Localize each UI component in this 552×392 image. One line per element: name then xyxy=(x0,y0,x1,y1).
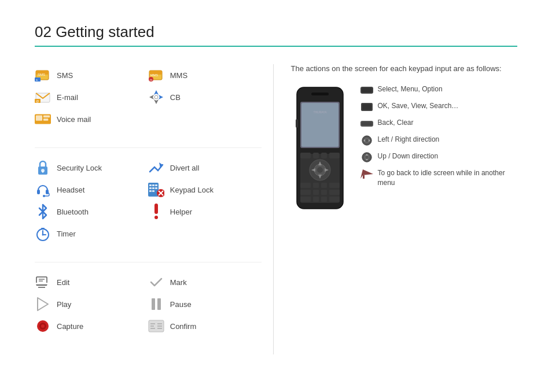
capture-icon xyxy=(35,318,51,334)
svg-rect-56 xyxy=(157,298,161,310)
svg-point-47 xyxy=(42,234,44,236)
headset-label: Headset xyxy=(57,186,84,194)
empty-slot xyxy=(148,108,262,130)
svg-rect-114 xyxy=(363,175,365,179)
svg-rect-89 xyxy=(321,190,327,195)
play-icon xyxy=(35,296,51,312)
svg-rect-85 xyxy=(321,183,327,188)
legend-item: Up / Down direction xyxy=(360,151,518,162)
timer-label: Timer xyxy=(57,230,76,238)
svg-point-17 xyxy=(154,95,158,99)
page-container: 02 Getting started SMS s xyxy=(0,0,552,378)
legend: Select, Menu, Option OK, Save, View, Sea… xyxy=(360,84,518,188)
list-item: Divert all xyxy=(148,157,262,179)
svg-rect-24 xyxy=(42,171,43,173)
svg-rect-95 xyxy=(296,119,298,128)
empty-slot-2 xyxy=(148,223,262,245)
capture-label: Capture xyxy=(57,322,83,331)
list-item: Mark xyxy=(148,271,262,293)
pause-label: Pause xyxy=(170,300,192,309)
icons-row1: SMS s SMS MMS xyxy=(35,64,262,130)
svg-rect-21 xyxy=(43,119,48,121)
divert-all-label: Divert all xyxy=(170,164,200,172)
voicemail-label: Voice mail xyxy=(57,115,91,124)
legend-select-text: Select, Menu, Option xyxy=(378,84,443,94)
svg-marker-113 xyxy=(360,169,373,179)
edit-icon xyxy=(35,274,51,290)
svg-rect-86 xyxy=(329,183,340,188)
pause-icon xyxy=(148,296,164,312)
legend-item: Left / Right direction xyxy=(360,135,518,146)
page-title: 02 Getting started xyxy=(35,23,517,41)
right-intro-text: The actions on the screen for each keypa… xyxy=(291,64,518,73)
svg-rect-91 xyxy=(300,197,311,202)
confirm-icon xyxy=(148,318,164,334)
list-item: CB xyxy=(148,86,262,108)
svg-rect-80 xyxy=(313,153,319,158)
left-panel: SMS s SMS MMS xyxy=(35,64,274,354)
svg-rect-88 xyxy=(313,190,319,195)
svg-rect-92 xyxy=(313,197,319,202)
svg-marker-54 xyxy=(38,298,48,310)
right-panel: The actions on the screen for each keypa… xyxy=(274,64,518,354)
svg-marker-16 xyxy=(159,95,163,99)
svg-point-74 xyxy=(317,167,323,173)
list-item: Confirm xyxy=(148,315,262,337)
phone-image: THURAYA xyxy=(291,84,349,213)
svg-text:m: m xyxy=(150,78,152,82)
legend-item: To go back to idle screen while in anoth… xyxy=(360,168,518,188)
list-item: Headset xyxy=(35,179,148,201)
helper-icon xyxy=(148,204,164,220)
cb-label: CB xyxy=(170,93,181,102)
svg-rect-90 xyxy=(329,190,340,195)
svg-rect-27 xyxy=(46,190,49,194)
svg-rect-81 xyxy=(321,153,327,158)
section-divider-2 xyxy=(35,262,262,262)
svg-rect-87 xyxy=(300,190,311,195)
svg-rect-93 xyxy=(321,197,327,202)
svg-rect-94 xyxy=(329,197,340,202)
sms-icon: SMS s xyxy=(35,67,51,83)
svg-rect-100 xyxy=(362,104,371,110)
svg-rect-33 xyxy=(149,187,152,189)
svg-rect-70 xyxy=(311,93,329,95)
sms-label: SMS xyxy=(57,71,73,80)
svg-point-59 xyxy=(41,324,45,328)
play-label: Play xyxy=(57,300,71,309)
list-item: Security Lock xyxy=(35,157,148,179)
bluetooth-icon xyxy=(35,204,51,220)
mms-icon: MMS m xyxy=(148,67,164,83)
keypad-lock-icon xyxy=(148,182,164,198)
list-item: @ E-mail xyxy=(35,86,148,108)
svg-rect-26 xyxy=(37,190,40,194)
svg-rect-102 xyxy=(362,122,372,125)
legend-ok-text: OK, Save, View, Search… xyxy=(378,101,459,111)
list-item: Capture xyxy=(35,315,148,337)
svg-rect-98 xyxy=(362,88,372,93)
legend-item: Select, Menu, Option xyxy=(360,84,518,95)
svg-rect-36 xyxy=(149,190,152,192)
list-item: Play xyxy=(35,293,148,315)
svg-rect-35 xyxy=(155,187,157,189)
security-lock-label: Security Lock xyxy=(57,164,102,172)
icons-row2: Security Lock Divert all xyxy=(35,157,262,245)
svg-text:SMS: SMS xyxy=(38,73,45,76)
email-icon: @ xyxy=(35,89,51,105)
svg-rect-41 xyxy=(154,204,158,214)
mark-label: Mark xyxy=(170,278,187,287)
svg-point-105 xyxy=(365,139,368,142)
svg-rect-34 xyxy=(152,187,154,189)
legend-back-text: Back, Clear xyxy=(378,118,414,128)
phone-and-legend: THURAYA Select, Menu, Option xyxy=(291,84,518,213)
cb-icon xyxy=(148,89,164,105)
svg-point-28 xyxy=(43,195,45,197)
svg-text:MMS: MMS xyxy=(150,73,158,77)
svg-rect-83 xyxy=(300,183,311,188)
svg-marker-15 xyxy=(149,95,154,99)
svg-rect-84 xyxy=(313,183,319,188)
svg-rect-20 xyxy=(43,115,50,117)
svg-rect-51 xyxy=(35,283,50,284)
svg-rect-42 xyxy=(154,216,158,219)
list-item: SMS s SMS xyxy=(35,64,148,86)
svg-marker-13 xyxy=(154,90,159,95)
